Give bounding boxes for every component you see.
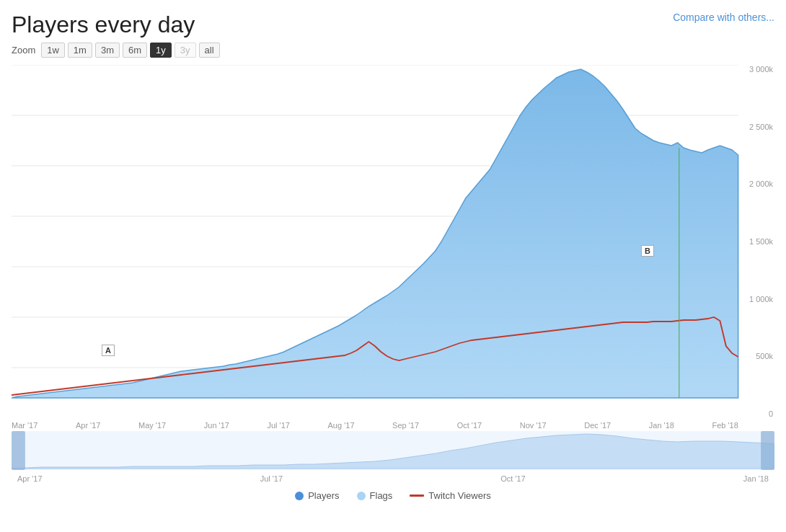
zoom-1w[interactable]: 1w <box>41 43 65 58</box>
zoom-3m[interactable]: 3m <box>95 43 120 58</box>
legend-twitch: Twitch Viewers <box>410 490 490 501</box>
zoom-all[interactable]: all <box>199 43 220 58</box>
x-label-sep17: Sep '17 <box>392 421 419 430</box>
x-label-jan18: Jan '18 <box>649 421 674 430</box>
zoom-6m[interactable]: 6m <box>123 43 147 58</box>
legend-players: Players <box>295 490 339 501</box>
x-label-jul17: Jul '17 <box>268 421 290 430</box>
x-label-apr17: Apr '17 <box>76 421 101 430</box>
mini-x-label-apr17: Apr '17 <box>17 474 43 483</box>
svg-rect-13 <box>761 431 774 470</box>
x-axis: Mar '17 Apr '17 May '17 Jun '17 Jul '17 … <box>12 418 774 430</box>
svg-marker-8 <box>12 69 738 398</box>
zoom-label: Zoom <box>12 45 35 56</box>
zoom-1y[interactable]: 1y <box>150 43 172 58</box>
twitch-legend-line <box>410 495 424 497</box>
x-label-oct17: Oct '17 <box>457 421 482 430</box>
mini-chart[interactable] <box>12 431 774 470</box>
mini-x-axis: Apr '17 Jul '17 Oct '17 Jan '18 <box>12 473 774 483</box>
main-chart: A B <box>12 65 774 418</box>
flags-legend-dot <box>357 492 366 500</box>
annotation-a: A <box>102 345 115 356</box>
legend-flags: Flags <box>357 490 393 501</box>
mini-x-label-jan18: Jan '18 <box>743 474 769 483</box>
zoom-1m[interactable]: 1m <box>68 43 92 58</box>
legend-twitch-label: Twitch Viewers <box>428 490 490 501</box>
x-label-feb18: Feb '18 <box>712 421 738 430</box>
svg-rect-12 <box>12 431 25 470</box>
x-label-dec17: Dec '17 <box>584 421 611 430</box>
page-title: Players every day <box>12 12 195 38</box>
legend-flags-label: Flags <box>370 490 393 501</box>
compare-link[interactable]: Compare with others... <box>673 12 774 23</box>
x-label-may17: May '17 <box>138 421 166 430</box>
x-label-jun17: Jun '17 <box>204 421 229 430</box>
chart-legend: Players Flags Twitch Viewers <box>12 483 774 504</box>
mini-x-label-oct17: Oct '17 <box>500 474 526 483</box>
annotation-b: B <box>641 245 654 257</box>
x-label-nov17: Nov '17 <box>520 421 547 430</box>
x-label-mar17: Mar '17 <box>12 421 37 430</box>
legend-players-label: Players <box>308 490 339 501</box>
x-label-aug17: Aug '17 <box>328 421 355 430</box>
zoom-3y: 3y <box>175 43 196 58</box>
players-legend-dot <box>295 492 304 500</box>
mini-x-label-jul17: Jul '17 <box>260 474 283 483</box>
